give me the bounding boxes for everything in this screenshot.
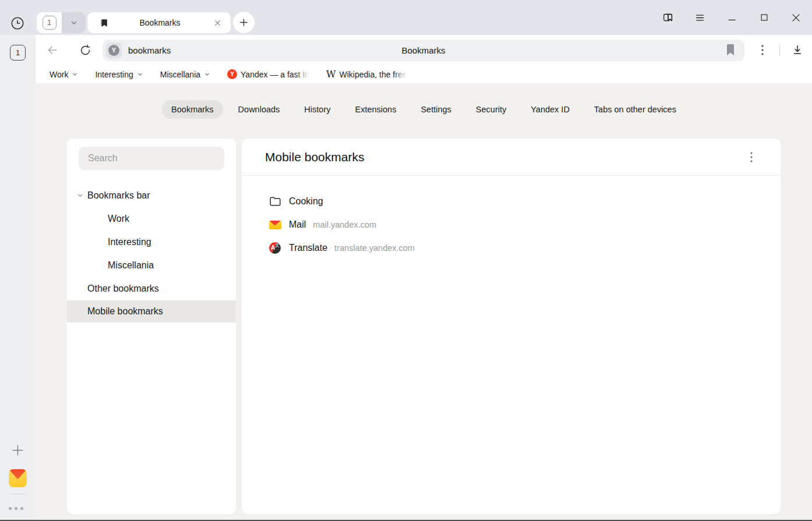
toolbar-kebab-icon[interactable]: [753, 40, 772, 60]
yandex-favicon-letter: Y: [108, 45, 119, 56]
link-label: Wikipedia, the free: [340, 70, 407, 79]
bookmark-name: Cooking: [289, 196, 323, 207]
chevron-down-icon[interactable]: [62, 12, 86, 33]
folder-label: Interesting: [95, 70, 133, 79]
new-tab-button[interactable]: [233, 12, 255, 33]
tree-item-label: Work: [108, 214, 129, 224]
tree-item-bookmarks-bar[interactable]: Bookmarks bar: [67, 184, 236, 207]
bookmarks-panel: Mobile bookmarks Cooking Mail: [242, 139, 781, 514]
reload-icon[interactable]: [75, 40, 95, 60]
panel-header: Mobile bookmarks: [242, 139, 781, 176]
tree-item-label: Bookmarks bar: [87, 190, 150, 201]
tree-item-work[interactable]: Work: [67, 207, 236, 231]
yandex-mail-app-icon[interactable]: [9, 469, 27, 487]
tab-extensions[interactable]: Extensions: [345, 100, 405, 119]
tree-item-miscellania[interactable]: Miscellania: [67, 254, 236, 277]
manager-nav-tabs: Bookmarks Downloads History Extensions S…: [36, 100, 812, 119]
folder-label: Work: [50, 70, 68, 79]
panel-title: Mobile bookmarks: [265, 150, 743, 164]
folder-icon: [268, 196, 282, 207]
yandex-favicon: Y: [227, 69, 237, 79]
tab-other-devices[interactable]: Tabs on other devices: [585, 100, 686, 119]
history-clock-icon[interactable]: [10, 16, 25, 31]
search-input[interactable]: [79, 153, 224, 164]
strip-divider: [10, 494, 26, 494]
browser-tab-bookmarks[interactable]: Bookmarks: [87, 12, 231, 33]
tab-history[interactable]: History: [295, 100, 340, 119]
bookmarks-bar-link-wikipedia[interactable]: W Wikipedia, the free: [326, 69, 407, 80]
yandex-mail-icon: [268, 221, 282, 229]
tab-settings[interactable]: Settings: [411, 100, 460, 119]
tab-title: Bookmarks: [109, 18, 211, 27]
tab-count[interactable]: 1: [37, 12, 62, 33]
bookmarks-bar-folder-interesting[interactable]: Interesting: [95, 70, 143, 79]
list-item-mail[interactable]: Mail mail.yandex.com: [268, 213, 781, 236]
tab-group-widget[interactable]: 1: [37, 12, 86, 33]
chevron-down-icon: [72, 71, 78, 77]
bookmarks-bar-link-yandex[interactable]: Y Yandex — a fast In: [227, 69, 309, 79]
tree-item-mobile-bookmarks[interactable]: Mobile bookmarks: [67, 300, 236, 322]
list-item-translate[interactable]: A 文 Translate translate.yandex.com: [268, 236, 781, 260]
search-box[interactable]: [79, 147, 224, 170]
menu-icon[interactable]: [684, 0, 716, 35]
more-apps-icon[interactable]: [9, 507, 23, 510]
folder-tree: Bookmarks bar Work Interesting Miscellan…: [67, 184, 236, 322]
back-icon[interactable]: [43, 40, 62, 60]
tree-item-label: Miscellania: [108, 260, 154, 271]
titlebar: 1 Bookmarks: [0, 0, 812, 35]
window-controls: [652, 0, 812, 35]
toolbar: Y bookmarks Bookmarks: [36, 35, 812, 65]
tab-bookmarks[interactable]: Bookmarks: [162, 100, 223, 119]
tree-item-other-bookmarks[interactable]: Other bookmarks: [67, 277, 236, 300]
download-icon[interactable]: [788, 40, 807, 60]
bookmark-name: Translate: [289, 243, 327, 253]
folder-label: Miscellania: [160, 70, 200, 79]
bookmarks-bar-folder-miscellania[interactable]: Miscellania: [160, 70, 210, 79]
tree-item-label: Interesting: [108, 237, 151, 247]
chevron-down-icon: [204, 71, 210, 77]
close-window-icon[interactable]: [780, 0, 812, 35]
panel-kebab-icon[interactable]: [743, 149, 760, 165]
link-label: Yandex — a fast In: [241, 70, 309, 79]
tree-item-interesting[interactable]: Interesting: [67, 231, 236, 254]
tab-security[interactable]: Security: [467, 100, 516, 119]
minimize-icon[interactable]: [716, 0, 748, 35]
toolbar-divider: [779, 44, 780, 56]
maximize-icon[interactable]: [748, 0, 780, 35]
tree-item-label: Mobile bookmarks: [87, 306, 163, 317]
page-title: Bookmarks: [103, 45, 744, 55]
side-panel-icon[interactable]: [652, 0, 684, 35]
bookmarks-bar: Work Interesting Miscellania Y Yandex — …: [36, 65, 812, 83]
bookmark-flag-icon[interactable]: [726, 44, 735, 56]
chevron-down-icon: [137, 71, 143, 77]
yandex-translate-icon: A 文: [268, 242, 282, 254]
list-item-cooking[interactable]: Cooking: [268, 190, 781, 213]
sidebar-strip: 1: [0, 35, 36, 520]
tab-yandex-id[interactable]: Yandex ID: [521, 100, 579, 119]
tab-count-badge: 1: [43, 16, 57, 30]
tree-item-label: Other bookmarks: [87, 283, 159, 294]
bookmarks-bar-folder-work[interactable]: Work: [50, 70, 78, 79]
site-favicon: Y: [106, 42, 122, 58]
bookmark-url: translate.yandex.com: [334, 243, 415, 253]
folders-sidebar: Bookmarks bar Work Interesting Miscellan…: [67, 139, 236, 514]
tab-counter-button[interactable]: 1: [10, 45, 26, 61]
chevron-down-icon[interactable]: [76, 192, 84, 199]
bookmarks-list: Cooking Mail mail.yandex.com A 文 Transla…: [242, 176, 781, 260]
close-tab-icon[interactable]: [211, 16, 224, 29]
bookmark-icon: [99, 18, 109, 28]
tab-downloads[interactable]: Downloads: [229, 100, 290, 119]
url-text: bookmarks: [128, 45, 171, 55]
bookmark-name: Mail: [289, 219, 306, 230]
bookmark-url: mail.yandex.com: [313, 220, 376, 229]
bookmarks-manager-page: Bookmarks Downloads History Extensions S…: [36, 83, 812, 520]
wikipedia-favicon: W: [326, 69, 336, 80]
plus-icon[interactable]: [10, 443, 25, 458]
address-bar[interactable]: Y bookmarks Bookmarks: [103, 40, 744, 61]
manager-body: Bookmarks bar Work Interesting Miscellan…: [67, 139, 781, 514]
